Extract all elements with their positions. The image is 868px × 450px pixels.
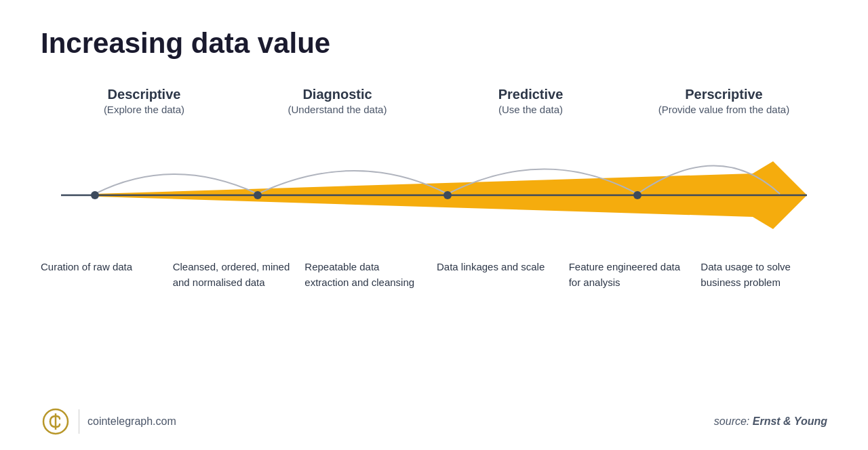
category-sub-0: (Explore the data) <box>47 104 241 115</box>
svg-point-3 <box>254 191 262 199</box>
diagram-area: Descriptive (Explore the data) Diagnosti… <box>41 87 827 344</box>
svg-point-5 <box>633 191 642 199</box>
page-container: Increasing data value Descriptive (Explo… <box>0 0 868 450</box>
footer-source: source: Ernst & Young <box>714 415 827 428</box>
source-name: Ernst & Young <box>753 415 827 427</box>
category-diagnostic: Diagnostic (Understand the data) <box>241 87 434 115</box>
category-predictive: Predictive (Use the data) <box>434 87 627 115</box>
desc-5: Data usage to solve business problem <box>695 260 827 290</box>
footer-divider <box>79 409 79 434</box>
desc-0: Curation of raw data <box>41 260 167 275</box>
svg-point-4 <box>443 191 452 199</box>
category-sub-2: (Use the data) <box>434 104 627 115</box>
desc-2: Repeatable data extraction and cleansing <box>299 260 431 290</box>
footer: cointelegraph.com source: Ernst & Young <box>41 407 827 436</box>
desc-4: Feature engineered data for analysis <box>564 260 696 290</box>
category-perscriptive: Perscriptive (Provide value from the dat… <box>627 87 821 115</box>
footer-left: cointelegraph.com <box>41 407 176 436</box>
category-name-2: Predictive <box>434 87 627 102</box>
categories-row: Descriptive (Explore the data) Diagnosti… <box>41 87 827 115</box>
desc-1: Cleansed, ordered, mined and normalised … <box>167 260 300 290</box>
category-sub-1: (Understand the data) <box>241 104 434 115</box>
category-sub-3: (Provide value from the data) <box>627 104 821 115</box>
category-name-0: Descriptive <box>47 87 241 102</box>
category-name-1: Diagnostic <box>241 87 434 102</box>
footer-site: cointelegraph.com <box>87 415 176 428</box>
cointelegraph-logo <box>41 407 71 436</box>
descriptions-row: Curation of raw data Cleansed, ordered, … <box>41 260 827 290</box>
category-name-3: Perscriptive <box>627 87 821 102</box>
source-label: source: <box>714 415 749 427</box>
svg-point-2 <box>91 191 99 199</box>
main-diagram-svg <box>41 127 827 263</box>
page-title: Increasing data value <box>41 27 827 60</box>
category-descriptive: Descriptive (Explore the data) <box>47 87 241 115</box>
desc-3: Data linkages and scale <box>431 260 564 275</box>
